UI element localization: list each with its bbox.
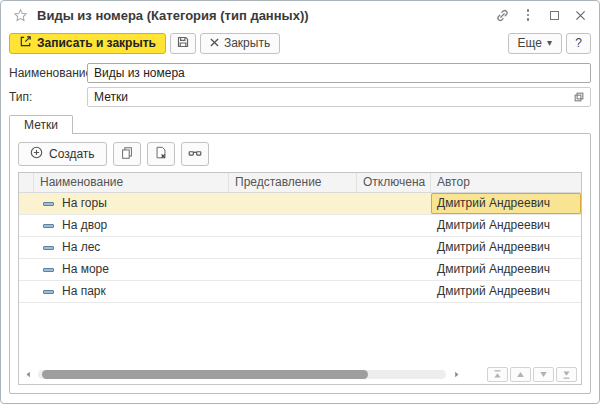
- create-label: Создать: [49, 147, 95, 161]
- save-floppy-icon: [176, 35, 190, 52]
- row-name-text: На двор: [62, 215, 107, 236]
- author-cell[interactable]: Дмитрий Андреевич: [431, 193, 581, 214]
- name-cell[interactable]: На парк: [34, 281, 229, 302]
- presentation-cell[interactable]: [229, 281, 357, 302]
- type-label: Тип:: [9, 90, 87, 104]
- view-mode-glasses-button[interactable]: [181, 142, 209, 166]
- name-cell[interactable]: На двор: [34, 215, 229, 236]
- open-type-icon[interactable]: [568, 88, 590, 106]
- delete-button[interactable]: [147, 142, 175, 166]
- row-name-text: На лес: [62, 237, 100, 258]
- name-input[interactable]: [87, 63, 591, 83]
- scrollbar-thumb[interactable]: [42, 370, 368, 379]
- type-value: Метки: [94, 90, 568, 104]
- table-row[interactable]: На море Дмитрий Андреевич: [19, 259, 581, 281]
- table-body: На горы Дмитрий Андреевич На двор Дмитри…: [19, 193, 581, 303]
- table-row[interactable]: На горы Дмитрий Андреевич: [19, 193, 581, 215]
- scrollbar-track[interactable]: [38, 370, 446, 379]
- item-dash-icon: [43, 246, 54, 250]
- table-header-row: Наименование Представление Отключена Авт…: [19, 173, 581, 193]
- author-cell[interactable]: Дмитрий Андреевич: [431, 215, 581, 236]
- header-name[interactable]: Наименование: [34, 173, 229, 192]
- form-area: Наименование: Тип: Метки: [1, 57, 599, 115]
- disabled-cell[interactable]: [357, 237, 431, 258]
- tab-metki[interactable]: Метки: [9, 115, 73, 134]
- glasses-icon: [187, 147, 203, 161]
- header-disabled[interactable]: Отключена: [357, 173, 431, 192]
- help-label: ?: [575, 36, 582, 50]
- command-bar: Записать и закрыть Закрыть Еще ▾ ?: [1, 29, 599, 57]
- name-cell[interactable]: На море: [34, 259, 229, 280]
- header-icon-column: [19, 173, 34, 192]
- name-field-row: Наименование:: [9, 63, 591, 83]
- row-navigation-buttons: [487, 367, 577, 382]
- go-first-row-button[interactable]: [487, 367, 508, 382]
- save-button[interactable]: [170, 33, 196, 54]
- go-last-row-button[interactable]: [556, 367, 577, 382]
- presentation-cell[interactable]: [229, 215, 357, 236]
- disabled-cell[interactable]: [357, 281, 431, 302]
- link-icon[interactable]: [493, 6, 511, 24]
- go-next-row-button[interactable]: [533, 367, 554, 382]
- name-label: Наименование:: [9, 66, 87, 80]
- type-field[interactable]: Метки: [87, 87, 591, 107]
- delete-page-icon: [154, 146, 168, 163]
- row-name-text: На море: [62, 259, 109, 280]
- row-marker-cell: [19, 193, 34, 214]
- row-name-text: На горы: [62, 193, 107, 214]
- row-marker-cell: [19, 215, 34, 236]
- disabled-cell[interactable]: [357, 215, 431, 236]
- more-label: Еще: [518, 36, 542, 50]
- tab-panel: Создать: [9, 133, 591, 394]
- window-menu-kebab-icon[interactable]: [519, 6, 537, 24]
- table-row[interactable]: На парк Дмитрий Андреевич: [19, 281, 581, 303]
- close-label: Закрыть: [224, 36, 270, 50]
- scroll-right-arrow-icon[interactable]: [451, 368, 461, 380]
- favorite-star-icon[interactable]: [11, 6, 29, 24]
- author-cell[interactable]: Дмитрий Андреевич: [431, 281, 581, 302]
- scroll-left-arrow-icon[interactable]: [23, 368, 33, 380]
- plus-circle-icon: [30, 146, 43, 162]
- list-toolbar: Создать: [18, 142, 582, 166]
- app-window: Виды из номера (Категория (тип данных)): [0, 0, 600, 404]
- item-dash-icon: [43, 202, 54, 206]
- table-row[interactable]: На лес Дмитрий Андреевич: [19, 237, 581, 259]
- help-button[interactable]: ?: [566, 33, 591, 54]
- name-cell[interactable]: На горы: [34, 193, 229, 214]
- data-grid: Наименование Представление Отключена Авт…: [18, 172, 582, 385]
- presentation-cell[interactable]: [229, 193, 357, 214]
- copy-button[interactable]: [113, 142, 141, 166]
- save-and-close-icon: [19, 35, 32, 51]
- row-marker-cell: [19, 237, 34, 258]
- disabled-cell[interactable]: [357, 259, 431, 280]
- close-button[interactable]: Закрыть: [200, 33, 280, 54]
- go-prev-row-button[interactable]: [510, 367, 531, 382]
- item-dash-icon: [43, 224, 54, 228]
- close-x-icon: [210, 36, 219, 50]
- author-cell[interactable]: Дмитрий Андреевич: [431, 237, 581, 258]
- dropdown-arrow-icon: ▾: [547, 38, 552, 48]
- table-row[interactable]: На двор Дмитрий Андреевич: [19, 215, 581, 237]
- name-cell[interactable]: На лес: [34, 237, 229, 258]
- author-cell[interactable]: Дмитрий Андреевич: [431, 259, 581, 280]
- header-presentation[interactable]: Представление: [229, 173, 357, 192]
- more-button[interactable]: Еще ▾: [508, 33, 562, 54]
- disabled-cell[interactable]: [357, 193, 431, 214]
- header-author[interactable]: Автор: [431, 173, 581, 192]
- item-dash-icon: [43, 268, 54, 272]
- horizontal-scrollbar-row: [19, 366, 581, 384]
- close-window-icon[interactable]: [571, 6, 589, 24]
- row-name-text: На парк: [62, 281, 106, 302]
- tab-strip: Метки: [9, 115, 599, 133]
- presentation-cell[interactable]: [229, 259, 357, 280]
- titlebar: Виды из номера (Категория (тип данных)): [1, 1, 599, 29]
- save-and-close-label: Записать и закрыть: [37, 36, 156, 50]
- table-empty-area: [19, 303, 581, 366]
- create-button[interactable]: Создать: [18, 142, 107, 166]
- type-field-row: Тип: Метки: [9, 87, 591, 107]
- row-marker-cell: [19, 259, 34, 280]
- maximize-icon[interactable]: [545, 6, 563, 24]
- presentation-cell[interactable]: [229, 237, 357, 258]
- item-dash-icon: [43, 290, 54, 294]
- save-and-close-button[interactable]: Записать и закрыть: [9, 33, 166, 54]
